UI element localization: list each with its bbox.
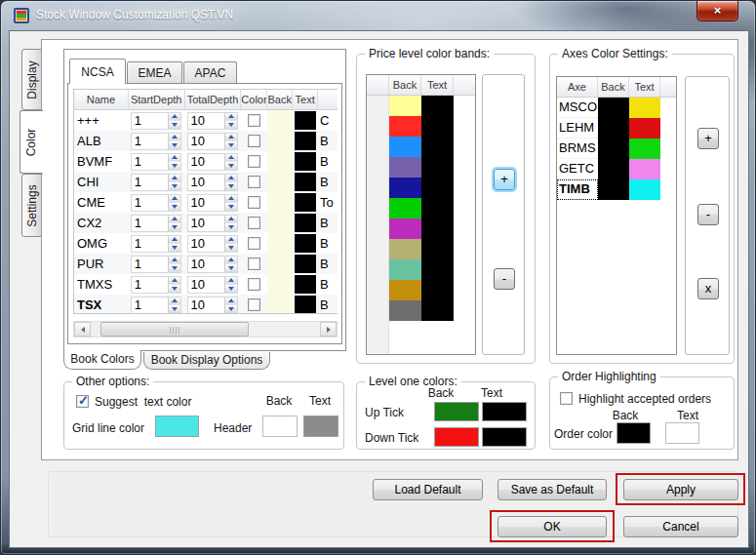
axis-text-swatch[interactable] [629, 98, 660, 118]
color-checkbox[interactable] [248, 278, 260, 291]
tab-book-display-options[interactable]: Book Display Options [143, 352, 270, 370]
spin-down-button[interactable] [169, 141, 180, 149]
spin-up-button[interactable] [169, 195, 180, 204]
text-color-cell[interactable] [295, 214, 316, 232]
grid-row[interactable]: ALB110B [74, 131, 338, 151]
band-text-swatch[interactable] [421, 259, 454, 280]
spin-up-button[interactable] [169, 297, 180, 306]
spin-down-button[interactable] [169, 264, 180, 272]
spin-up-button[interactable] [225, 236, 237, 245]
add-band-button[interactable]: + [494, 169, 515, 190]
total-depth-spinner[interactable]: 10 [187, 235, 238, 253]
start-depth-spinner[interactable]: 1 [131, 112, 181, 130]
spin-down-button[interactable] [225, 223, 237, 231]
band-back-swatch[interactable] [389, 116, 421, 137]
tab-settings[interactable]: Settings [21, 174, 42, 237]
band-text-swatch[interactable] [421, 198, 454, 218]
back-color-cell[interactable] [267, 172, 293, 192]
scroll-right-arrow[interactable] [320, 322, 337, 337]
axis-row[interactable]: MSCO [557, 98, 676, 118]
spin-up-button[interactable] [225, 277, 237, 286]
spin-down-button[interactable] [169, 244, 180, 252]
back-color-cell[interactable] [267, 110, 293, 131]
spin-up-button[interactable] [169, 134, 180, 142]
axis-text-swatch[interactable] [629, 118, 660, 139]
total-depth-spinner[interactable]: 10 [187, 215, 238, 232]
band-text-swatch[interactable] [421, 239, 454, 259]
grid-row[interactable]: CME110To [74, 192, 338, 213]
text-color-cell[interactable] [295, 255, 316, 273]
color-checkbox[interactable] [248, 217, 260, 229]
back-color-cell[interactable] [267, 295, 293, 314]
text-color-cell[interactable] [295, 234, 316, 253]
grid-row[interactable]: +++110C [74, 110, 338, 131]
tab-ncsa[interactable]: NCSA [69, 59, 126, 84]
spin-up-button[interactable] [169, 216, 180, 224]
grid-row[interactable]: CX2110B [74, 213, 338, 233]
back-color-cell[interactable] [267, 274, 293, 295]
apply-button[interactable]: Apply [623, 479, 738, 500]
band-back-swatch[interactable] [389, 198, 421, 218]
text-color-cell[interactable] [295, 152, 316, 171]
remove-band-button[interactable]: - [494, 268, 515, 290]
spin-down-button[interactable] [169, 162, 180, 170]
spin-down-button[interactable] [225, 182, 237, 190]
scroll-left-arrow[interactable] [74, 322, 91, 337]
spin-down-button[interactable] [225, 264, 237, 272]
axis-back-swatch[interactable] [598, 118, 629, 139]
band-text-swatch[interactable] [421, 116, 454, 137]
ok-button[interactable]: OK [497, 516, 607, 537]
text-color-cell[interactable] [295, 132, 316, 150]
color-checkbox[interactable] [248, 298, 260, 311]
save-as-default-button[interactable]: Save as Default [497, 479, 607, 500]
color-checkbox[interactable] [248, 196, 260, 209]
spin-up-button[interactable] [225, 134, 237, 142]
cancel-button[interactable]: Cancel [623, 516, 738, 537]
band-text-swatch[interactable] [421, 280, 454, 300]
header-back-swatch[interactable] [262, 416, 298, 437]
band-back-swatch[interactable] [389, 239, 421, 259]
band-text-swatch[interactable] [421, 300, 454, 321]
up-tick-back-swatch[interactable] [434, 402, 479, 421]
spin-down-button[interactable] [169, 285, 180, 293]
band-back-swatch[interactable] [389, 137, 421, 157]
total-depth-spinner[interactable]: 10 [187, 174, 238, 191]
suggest-text-color-checkbox[interactable] [76, 395, 89, 408]
color-checkbox[interactable] [248, 237, 260, 250]
band-back-swatch[interactable] [389, 178, 421, 198]
total-depth-spinner[interactable]: 10 [187, 256, 238, 273]
grid-row[interactable]: TMXS110B [74, 274, 338, 295]
text-color-cell[interactable] [295, 275, 316, 294]
order-text-swatch[interactable] [665, 422, 699, 444]
spin-down-button[interactable] [225, 141, 237, 149]
down-tick-text-swatch[interactable] [482, 427, 527, 447]
grid-line-color-swatch[interactable] [155, 416, 199, 437]
band-back-swatch[interactable] [389, 259, 421, 280]
spin-down-button[interactable] [169, 305, 180, 313]
start-depth-spinner[interactable]: 1 [131, 215, 181, 232]
spin-up-button[interactable] [225, 297, 237, 306]
back-color-cell[interactable] [267, 151, 293, 172]
up-tick-text-swatch[interactable] [482, 402, 527, 421]
spin-up-button[interactable] [169, 236, 180, 245]
band-text-swatch[interactable] [421, 218, 454, 239]
start-depth-spinner[interactable]: 1 [131, 256, 181, 273]
total-depth-spinner[interactable]: 10 [187, 112, 238, 130]
band-text-swatch[interactable] [421, 96, 454, 116]
band-text-swatch[interactable] [421, 157, 454, 178]
highlight-accepted-orders-checkbox[interactable] [560, 392, 573, 405]
grid-row[interactable]: PUR110B [74, 254, 338, 274]
start-depth-spinner[interactable]: 1 [131, 276, 181, 294]
band-back-swatch[interactable] [389, 300, 421, 321]
band-back-swatch[interactable] [389, 96, 421, 116]
band-back-swatch[interactable] [389, 157, 421, 178]
color-checkbox[interactable] [248, 155, 260, 168]
axis-row[interactable]: LEHM [557, 118, 676, 139]
spin-up-button[interactable] [225, 175, 237, 183]
axis-text-swatch[interactable] [629, 179, 660, 200]
remove-axis-button[interactable]: - [697, 204, 719, 225]
text-color-cell[interactable] [295, 193, 316, 212]
grid-row[interactable]: CHI110B [74, 172, 338, 192]
axis-back-swatch[interactable] [598, 98, 629, 118]
start-depth-spinner[interactable]: 1 [131, 297, 181, 314]
